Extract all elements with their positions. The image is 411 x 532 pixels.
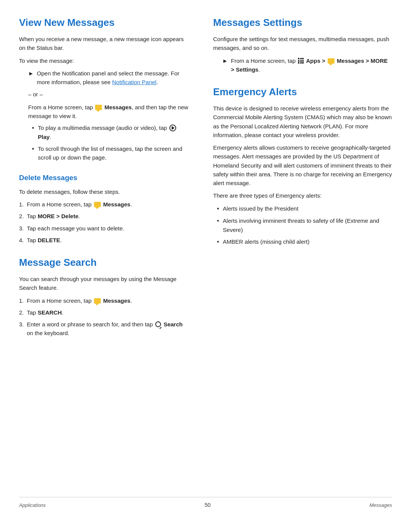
messages-bold-search1: Messages xyxy=(103,297,131,304)
from-home-text-before: From a Home screen, tap xyxy=(28,104,93,110)
delete-step-2-text: Tap MORE > Delete. xyxy=(27,212,80,220)
delete-step-2: 2. Tap MORE > Delete. xyxy=(19,212,190,220)
from-home-messages-line: From a Home screen, tap Messages, and th… xyxy=(19,103,190,121)
play-icon xyxy=(169,125,176,131)
step-num-4: 4. xyxy=(19,236,24,244)
message-search-section: Message Search You can search through yo… xyxy=(19,255,190,338)
emergency-alerts-p2: Emergency alerts allows customers to rec… xyxy=(213,143,392,187)
footer: Applications 50 Messages xyxy=(19,497,392,509)
emergency-alerts-bullets: Alerts issued by the President Alerts in… xyxy=(217,204,392,247)
message-search-title: Message Search xyxy=(19,255,190,270)
apps-icon xyxy=(298,58,304,64)
delete-step-3-text: Tap each message you want to delete. xyxy=(27,224,124,233)
delete-step-3: 3. Tap each message you want to delete. xyxy=(19,224,190,233)
emergency-alerts-section: Emergency Alerts This device is designed… xyxy=(213,85,392,247)
message-search-intro: You can search through your messages by … xyxy=(19,275,190,292)
footer-center: 50 xyxy=(205,501,211,509)
notification-panel-link[interactable]: Notification Panel xyxy=(112,79,156,85)
search-keyboard-bold: Search xyxy=(164,321,183,328)
delete-messages-intro: To delete messages, follow these steps. xyxy=(19,187,190,196)
notification-panel-arrow-item: ► Open the Notification panel and select… xyxy=(19,69,190,87)
search-step-num-3: 3. xyxy=(19,320,24,329)
left-column: View New Messages When you receive a new… xyxy=(19,15,206,486)
content-area: View New Messages When you receive a new… xyxy=(19,15,392,486)
emergency-alerts-p1: This device is designed to receive wirel… xyxy=(213,104,392,139)
messages-settings-title: Messages Settings xyxy=(213,15,392,30)
alert-bullet-2-text: Alerts involving imminent threats to saf… xyxy=(223,216,392,234)
footer-right: Messages xyxy=(370,502,392,509)
delete-step-4: 4. Tap DELETE. xyxy=(19,236,190,244)
alert-bullet-3: AMBER alerts (missing child alert) xyxy=(217,237,392,247)
search-step-3-text: Enter a word or phrase to search for, an… xyxy=(27,320,190,338)
bullet-play-text: To play a multimedia message (audio or v… xyxy=(38,123,190,141)
search-step-2: 2. Tap SEARCH. xyxy=(19,308,190,317)
search-step-3: 3. Enter a word or phrase to search for,… xyxy=(19,320,190,338)
delete-messages-title: Delete Messages xyxy=(19,173,190,184)
settings-arrow-icon: ► xyxy=(222,57,228,66)
search-bold: SEARCH xyxy=(38,309,62,316)
messages-bold: Messages xyxy=(104,104,132,110)
settings-arrow-item: ► From a Home screen, tap Apps > Message… xyxy=(213,56,392,74)
right-column: Messages Settings Configure the settings… xyxy=(206,15,392,486)
bullet-play: To play a multimedia message (audio or v… xyxy=(32,123,190,141)
notification-panel-text: Open the Notification panel and select t… xyxy=(37,69,190,87)
messages-icon xyxy=(95,105,102,110)
bullet-scroll-text: To scroll through the list of messages, … xyxy=(38,144,190,162)
play-bold: Play xyxy=(38,134,50,140)
delete-messages-section: Delete Messages To delete messages, foll… xyxy=(19,173,190,244)
messages-icon-settings xyxy=(328,58,335,64)
search-step-2-text: Tap SEARCH. xyxy=(27,308,64,317)
search-step-1-text: From a Home screen, tap Messages. xyxy=(27,296,132,305)
view-new-messages-intro: When you receive a new message, a new me… xyxy=(19,35,190,53)
view-messages-bullets: To play a multimedia message (audio or v… xyxy=(23,123,190,162)
delete-step-1: 1. From a Home screen, tap Messages. xyxy=(19,200,190,209)
footer-left: Applications xyxy=(19,502,46,509)
apps-bold: Apps > xyxy=(306,58,325,64)
step-num-3: 3. xyxy=(19,224,24,233)
view-new-messages-title: View New Messages xyxy=(19,15,190,30)
delete-bold: DELETE xyxy=(38,237,60,243)
arrow-icon: ► xyxy=(28,69,34,78)
message-search-steps: 1. From a Home screen, tap Messages. 2. … xyxy=(19,296,190,338)
search-step-1: 1. From a Home screen, tap Messages. xyxy=(19,296,190,305)
page-container: View New Messages When you receive a new… xyxy=(0,0,411,532)
three-types-label: There are three types of Emergency alert… xyxy=(213,191,392,200)
step-num-1: 1. xyxy=(19,200,24,209)
to-view-label: To view the message: xyxy=(19,56,190,65)
emergency-alerts-title: Emergency Alerts xyxy=(213,85,392,99)
alert-bullet-1-text: Alerts issued by the President xyxy=(223,204,298,213)
more-delete-bold: MORE > Delete xyxy=(38,213,78,219)
or-divider: – or – xyxy=(19,90,190,99)
alert-bullet-3-text: AMBER alerts (missing child alert) xyxy=(223,237,310,246)
messages-settings-section: Messages Settings Configure the settings… xyxy=(213,15,392,74)
messages-icon-search1 xyxy=(94,298,101,304)
search-step-num-1: 1. xyxy=(19,296,24,305)
messages-settings-intro: Configure the settings for text messages… xyxy=(213,35,392,53)
view-new-messages-section: View New Messages When you receive a new… xyxy=(19,15,190,162)
settings-arrow-text: From a Home screen, tap Apps > Messages … xyxy=(231,56,392,74)
search-icon-inline xyxy=(155,321,161,328)
delete-messages-steps: 1. From a Home screen, tap Messages. 2. … xyxy=(19,200,190,244)
search-step-num-2: 2. xyxy=(19,308,24,317)
alert-bullet-1: Alerts issued by the President xyxy=(217,204,392,214)
delete-step-1-text: From a Home screen, tap Messages. xyxy=(27,200,132,209)
messages-bold-del1: Messages xyxy=(103,201,131,208)
step-num-2: 2. xyxy=(19,212,24,220)
messages-icon-del1 xyxy=(94,202,101,207)
bullet-scroll: To scroll through the list of messages, … xyxy=(32,144,190,162)
delete-step-4-text: Tap DELETE. xyxy=(27,236,62,244)
alert-bullet-2: Alerts involving imminent threats to saf… xyxy=(217,216,392,234)
